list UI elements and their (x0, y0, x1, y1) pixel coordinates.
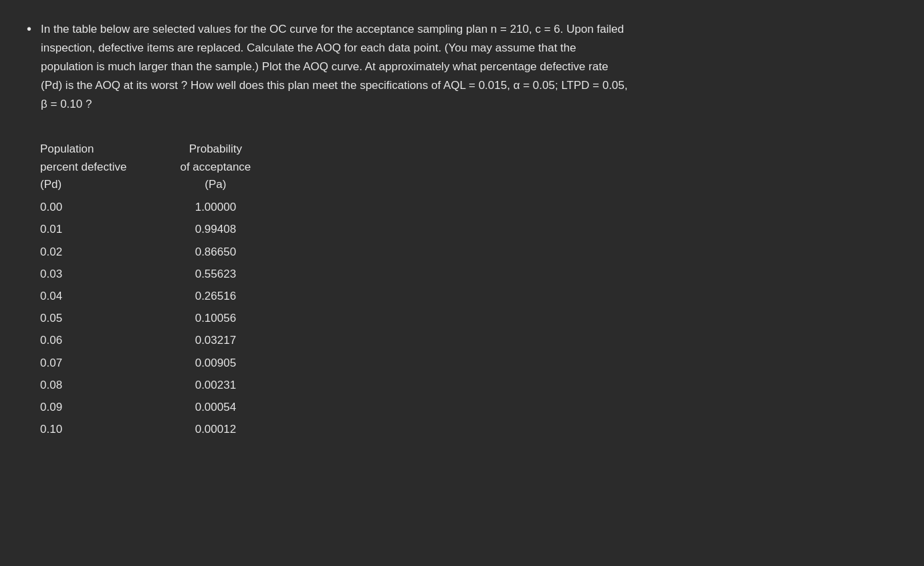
table-row: 0.050.10056 (40, 307, 304, 329)
table-row: 0.090.00054 (40, 396, 304, 418)
pa-cell: 0.86650 (180, 241, 304, 263)
table-row: 0.040.26516 (40, 285, 304, 307)
pd-cell: 0.07 (40, 352, 180, 374)
pa-cell: 0.26516 (180, 285, 304, 307)
table-header-row: Population percent defective (Pd) Probab… (40, 140, 304, 196)
pd-cell: 0.00 (40, 196, 180, 218)
table-section: Population percent defective (Pd) Probab… (40, 140, 897, 440)
pd-cell: 0.05 (40, 307, 180, 329)
intro-text: In the table below are selected values f… (41, 20, 628, 114)
col2-header: Probability of acceptance (Pa) (180, 140, 304, 196)
pd-cell: 0.04 (40, 285, 180, 307)
table-row: 0.070.00905 (40, 352, 304, 374)
pa-cell: 0.00231 (180, 374, 304, 396)
table-row: 0.030.55623 (40, 263, 304, 285)
pa-cell: 0.00012 (180, 418, 304, 440)
pa-cell: 0.00905 (180, 352, 304, 374)
pa-cell: 0.99408 (180, 218, 304, 240)
table-body: 0.001.000000.010.994080.020.866500.030.5… (40, 196, 304, 440)
table-row: 0.001.00000 (40, 196, 304, 218)
pd-cell: 0.10 (40, 418, 180, 440)
data-table: Population percent defective (Pd) Probab… (40, 140, 304, 440)
pa-cell: 0.55623 (180, 263, 304, 285)
table-row: 0.080.00231 (40, 374, 304, 396)
pd-cell: 0.01 (40, 218, 180, 240)
bullet-point: • (27, 21, 31, 37)
table-row: 0.100.00012 (40, 418, 304, 440)
pd-cell: 0.06 (40, 329, 180, 351)
table-row: 0.020.86650 (40, 241, 304, 263)
pd-cell: 0.09 (40, 396, 180, 418)
pa-cell: 1.00000 (180, 196, 304, 218)
table-row: 0.060.03217 (40, 329, 304, 351)
pa-cell: 0.03217 (180, 329, 304, 351)
intro-section: • In the table below are selected values… (27, 20, 628, 114)
pd-cell: 0.02 (40, 241, 180, 263)
col1-header: Population percent defective (Pd) (40, 140, 180, 196)
pa-cell: 0.00054 (180, 396, 304, 418)
table-row: 0.010.99408 (40, 218, 304, 240)
pd-cell: 0.03 (40, 263, 180, 285)
pd-cell: 0.08 (40, 374, 180, 396)
pa-cell: 0.10056 (180, 307, 304, 329)
